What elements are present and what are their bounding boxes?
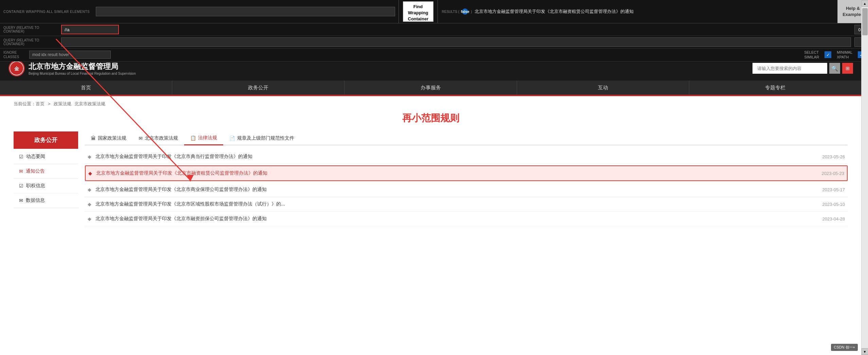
query-label-2: QUERY (RELATIVE TO CONTAINER) [3,38,58,46]
bullet-0: ◆ [88,154,91,159]
bullet-3: ◆ [88,201,91,207]
breadcrumb-current: 北京市政策法规 [74,101,105,106]
breadcrumb-home[interactable]: 首页 [36,101,45,106]
query-input-2[interactable] [61,37,851,47]
sidebar-icon-3: ✉ [19,198,23,203]
list-link-0[interactable]: 北京市地方金融监督管理局关于印发《北京市典当行监督管理办法》的通知 [95,154,818,160]
breadcrumb-parent[interactable]: 政策法规 [54,101,71,106]
breadcrumb: 当前位置：首页 > 政策法规 北京市政策法规 [0,96,861,112]
sidebar-icon-1: ✉ [19,168,23,174]
list-item-0: ◆ 北京市地方金融监督管理局关于印发《北京市典当行监督管理办法》的通知 2023… [85,149,848,164]
nav-hudong[interactable]: 互动 [517,81,689,95]
nav-home[interactable]: 首页 [0,81,172,95]
scrollbar: ▲ ▼ [861,0,868,355]
tabs-row: 🏛 国家政策法规 ✉ 北京市政策法规 📋 法律法规 📄 规章及上级部门规范性文件 [85,131,848,145]
select-similar-checkbox[interactable]: ✓ [825,51,831,58]
tab-guizhang[interactable]: 📄 规章及上级部门规范性文件 [223,131,300,145]
scroll-up-button[interactable]: ▲ [862,0,868,7]
container-input[interactable] [96,7,395,16]
list-item-3: ◆ 北京市地方金融监督管理局关于印发《北京市区域性股权市场监督管理办法（试行）》… [85,197,848,212]
scroll-down-button[interactable]: ▼ [862,348,868,355]
list-date-2: 2023-05-17 [822,187,845,192]
sidebar-icon-2: ☑ [19,183,23,189]
sidebar-active-item[interactable]: 政务公开 [14,131,78,149]
bullet-2: ◆ [88,187,91,192]
tab-icon-3: 📄 [229,136,235,141]
find-wrapping-button[interactable]: Find Wrapping Container [403,1,433,22]
sidebar-label-1: 通知公告 [26,168,45,174]
site-logo-cn: 北京市地方金融监督管理局 [29,61,136,72]
list-item-2: ◆ 北京市地方金融监督管理局关于印发《北京市商业保理公司监督管理办法》的通知 2… [85,182,848,197]
ignore-classes-label: IGNORE CLASSES [3,50,24,59]
bullet-1: ◆ [88,171,92,176]
content-area: 🏛 国家政策法规 ✉ 北京市政策法规 📋 法律法规 📄 规章及上级部门规范性文件 [85,131,848,226]
section-title: 再小范围规则 [0,112,861,125]
scroll-thumb[interactable] [862,8,868,35]
results-count-badge: false [462,8,468,15]
list-date-3: 2023-05-10 [822,202,845,207]
sidebar-label-3: 数据信息 [26,197,45,203]
minimal-xpath-label: MINIMAL XPATH [837,50,852,60]
list-link-2[interactable]: 北京市地方金融监督管理局关于印发《北京市商业保理公司监督管理办法》的通知 [95,187,818,193]
csdn-badge: CSDN 创一+ [831,344,858,351]
list-link-3[interactable]: 北京市地方金融监督管理局关于印发《北京市区域性股权市场监督管理办法（试行）》的.… [95,201,818,207]
sidebar: 政务公开 ☑ 动态要闻 ✉ 通知公告 ☑ 职权信息 ✉ 数据信息 [14,131,78,226]
bullet-4: ◆ [88,216,91,221]
list-item-1: ◆ 北京市地方金融监督管理局关于印发《北京市融资租赁公司监督管理办法》的通知 2… [85,165,848,181]
container-label: CONTAINER WRAPPING ALL SIMILAR ELEMENTS [3,10,90,14]
tab-icon-2: 📋 [190,135,196,141]
site-logo-en: Beijing Municipal Bureau of Local Financ… [29,72,136,75]
site-search-button[interactable]: 🔍 [829,63,840,74]
sidebar-item-dongtai[interactable]: ☑ 动态要闻 [14,149,78,164]
list-link-4[interactable]: 北京市地方金融监督管理局关于印发《北京市融资担保公司监督管理办法》的通知 [95,216,818,222]
sidebar-icon-0: ☑ [19,154,23,159]
query-label-1: QUERY (RELATIVE TO CONTAINER) [3,26,58,33]
tab-guojia[interactable]: 🏛 国家政策法规 [85,131,132,145]
tab-falv[interactable]: 📋 法律法规 [184,131,223,145]
list-date-0: 2023-05-26 [822,154,845,159]
sidebar-label-0: 动态要闻 [26,154,45,160]
nav-zhengwu[interactable]: 政务公开 [172,81,344,95]
site-search-input[interactable] [752,63,827,74]
list-link-1[interactable]: 北京市地方金融监督管理局关于印发《北京市融资租赁公司监督管理办法》的通知 [96,170,818,176]
site-grid-button[interactable]: ⊞ [842,63,853,74]
ignore-classes-input[interactable] [29,51,111,59]
svg-text:金: 金 [14,66,19,71]
nav-zhuanti[interactable]: 专题专栏 [689,81,861,95]
tab-icon-1: ✉ [139,136,143,141]
results-label: RESULTS ( [442,10,460,14]
sidebar-label-2: 职权信息 [26,183,45,189]
nav-banshi[interactable]: 办事服务 [344,81,517,95]
select-similar-label: SELECT SIMILAR [804,50,819,60]
sidebar-item-zhiquan[interactable]: ☑ 职权信息 [14,179,78,193]
tab-beijing[interactable]: ✉ 北京市政策法规 [132,131,184,145]
results-text: 北京市地方金融监督管理局关于印发《北京市融资租赁公司监督管理办法》的通知 [475,8,634,15]
site-logo-icon: 金 [8,60,25,77]
tab-icon-0: 🏛 [91,136,96,141]
list-date-1: 2023-05-23 [822,171,845,176]
list-date-4: 2023-04-28 [822,216,845,221]
sidebar-item-shuju[interactable]: ✉ 数据信息 [14,193,78,208]
sidebar-item-tongzhi[interactable]: ✉ 通知公告 [14,164,78,179]
query-input-1[interactable] [61,25,119,34]
list-item-4: ◆ 北京市地方金融监督管理局关于印发《北京市融资担保公司监督管理办法》的通知 2… [85,212,848,226]
